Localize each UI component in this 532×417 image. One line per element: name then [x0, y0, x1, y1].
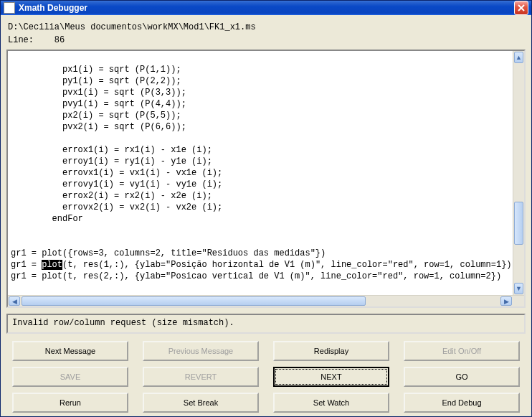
close-button[interactable]	[514, 1, 528, 15]
message-box: Invalid row/column request (size mismatc…	[6, 314, 526, 334]
file-path: D:\Cecilia\Meus documentos\workMX\Mod1\F…	[6, 19, 526, 34]
code-viewer: px1(i) = sqrt (P(1,1)); py1(i) = sqrt (P…	[6, 50, 526, 308]
set-break-button[interactable]: Set Break	[143, 393, 259, 413]
debugger-window: Xmath Debugger D:\Cecilia\Meus documento…	[0, 0, 532, 417]
revert-button: REVERT	[143, 367, 259, 387]
end-debug-button[interactable]: End Debug	[404, 393, 520, 413]
code-pre: px1(i) = sqrt (P(1,1)); py1(i) = sqrt (P…	[11, 65, 326, 270]
previous-message-button: Previous Message	[143, 341, 259, 361]
line-info: Line: 86	[6, 34, 526, 50]
code-area[interactable]: px1(i) = sqrt (P(1,1)); py1(i) = sqrt (P…	[8, 51, 513, 295]
app-icon	[4, 2, 15, 14]
window-title: Xmath Debugger	[19, 3, 514, 13]
horizontal-scroll-thumb[interactable]	[22, 296, 366, 306]
next-message-button[interactable]: Next Message	[12, 341, 128, 361]
line-label: Line:	[8, 35, 34, 45]
save-button: SAVE	[12, 367, 128, 387]
scroll-left-arrow-icon[interactable]: ◀	[9, 296, 20, 306]
button-grid: Next Message Previous Message Redisplay …	[6, 341, 526, 417]
redisplay-button[interactable]: Redisplay	[273, 341, 389, 361]
code-post: (t, res(1,:), {ylab="Posição horizontal …	[11, 260, 512, 281]
horizontal-scroll-track[interactable]	[21, 296, 500, 306]
scrollbar-corner	[513, 296, 524, 306]
horizontal-scrollbar[interactable]: ◀ ▶	[8, 295, 524, 306]
rerun-button[interactable]: Rerun	[12, 393, 128, 413]
close-icon	[518, 4, 525, 11]
set-watch-button[interactable]: Set Watch	[273, 393, 389, 413]
titlebar[interactable]: Xmath Debugger	[1, 1, 531, 15]
error-message: Invalid row/column request (size mismatc…	[12, 318, 234, 328]
line-number: 86	[54, 35, 65, 45]
vertical-scrollbar[interactable]: ▲ ▼	[513, 51, 524, 295]
scroll-down-arrow-icon[interactable]: ▼	[514, 283, 523, 294]
edit-onoff-button: Edit On/Off	[404, 341, 520, 361]
code-highlight: plot	[42, 260, 62, 270]
content-area: D:\Cecilia\Meus documentos\workMX\Mod1\F…	[1, 15, 531, 417]
go-button[interactable]: GO	[404, 367, 520, 387]
vertical-scroll-thumb[interactable]	[514, 202, 523, 245]
scroll-right-arrow-icon[interactable]: ▶	[500, 296, 512, 306]
next-button[interactable]: NEXT	[273, 367, 389, 387]
scroll-up-arrow-icon[interactable]: ▲	[514, 52, 523, 63]
